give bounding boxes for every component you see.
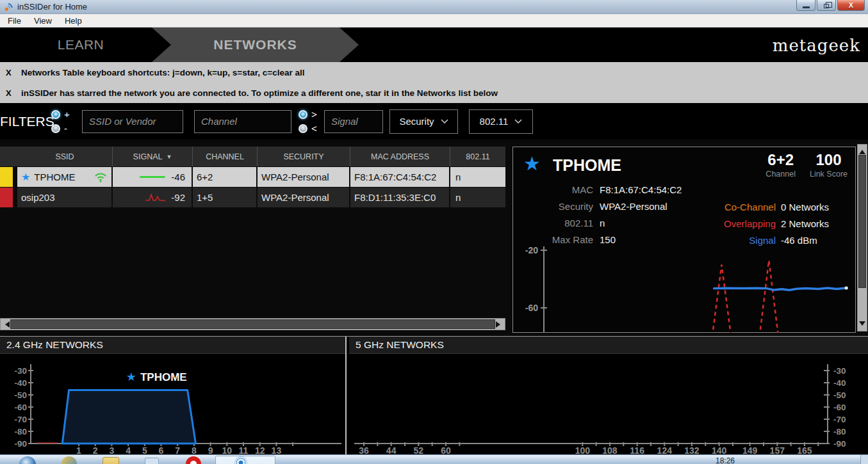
score-group: 6+2 Channel 100 Link Score: [766, 151, 848, 179]
opera-icon[interactable]: [186, 456, 201, 464]
notice-bar: XNetworks Table keyboard shortcuts: j=do…: [0, 62, 868, 83]
svg-text:7: 7: [175, 445, 180, 455]
notice-text: inSSIDer has starred the network you are…: [21, 88, 498, 98]
svg-text:-80: -80: [14, 427, 27, 436]
browser-icon[interactable]: [61, 456, 77, 464]
svg-text:4: 4: [126, 445, 131, 455]
row-spacer: [13, 167, 17, 187]
title-bar: inSSIDer for Home X: [0, 0, 868, 14]
app-window: inSSIDer for Home X FileViewHelp LEARN N…: [0, 0, 868, 464]
sort-descending-icon: ▼: [166, 154, 172, 160]
svg-text:9: 9: [208, 445, 213, 455]
filters-bar: FILTERS + - > < Security 802.11: [0, 103, 868, 140]
svg-text:44: 44: [386, 445, 397, 455]
stat-label: Co-Channel: [660, 202, 776, 212]
window-app-icon[interactable]: [145, 458, 159, 464]
column-header-channel[interactable]: CHANNEL: [193, 147, 258, 166]
channel-filter-input[interactable]: [194, 110, 291, 133]
band-5ghz-panel: 5 GHz NETWORKS -30-40-50-60-70-80-903644…: [349, 337, 868, 455]
star-icon[interactable]: ★: [523, 152, 541, 175]
tab-learn[interactable]: LEARN: [0, 28, 161, 62]
exclude-radio[interactable]: [51, 124, 60, 133]
security-filter-dropdown[interactable]: Security: [389, 109, 458, 134]
scroll-left-arrow[interactable]: [2, 321, 10, 328]
greater-than-radio[interactable]: [299, 110, 307, 119]
vertical-scrollbar[interactable]: [857, 144, 867, 332]
signal-filter-input[interactable]: [324, 110, 383, 133]
menu-bar: FileViewHelp: [0, 14, 868, 28]
close-icon: X: [849, 1, 853, 9]
row-color-swatch: [0, 167, 13, 187]
svg-text:-30: -30: [833, 366, 846, 376]
cell-signal: -92: [113, 188, 193, 207]
menu-item-file[interactable]: File: [1, 16, 28, 26]
svg-text:-90: -90: [14, 439, 27, 449]
column-header-802-11[interactable]: 802.11: [450, 147, 505, 166]
notice-close-button[interactable]: X: [6, 68, 21, 77]
networks-table: SSIDSIGNAL▼CHANNELSECURITYMAC ADDRESS802…: [0, 147, 505, 208]
column-header-label: SECURITY: [283, 152, 323, 161]
band-charts-area: 2.4 GHz NETWORKS -30-40-50-60-70-80-9012…: [0, 336, 868, 454]
column-header-signal[interactable]: SIGNAL▼: [113, 147, 193, 166]
band-24ghz-title: 2.4 GHz NETWORKS: [0, 337, 345, 354]
notice-area: XNetworks Table keyboard shortcuts: j=do…: [0, 62, 868, 103]
signal-sparkline: [145, 193, 166, 202]
column-header-ssid[interactable]: SSID: [17, 147, 113, 166]
column-header-security[interactable]: SECURITY: [258, 147, 350, 166]
explorer-folder-icon[interactable]: [102, 457, 119, 464]
svg-text:-80: -80: [833, 427, 846, 436]
window-title: inSSIDer for Home: [17, 2, 87, 12]
notice-bar: XinSSIDer has starred the network you ar…: [0, 83, 868, 103]
80211-filter-dropdown[interactable]: 802.11: [469, 109, 533, 134]
horizontal-scrollbar[interactable]: [0, 318, 505, 330]
close-button[interactable]: X: [837, 0, 865, 11]
svg-text:10: 10: [222, 445, 233, 455]
svg-text:6: 6: [159, 445, 164, 455]
cell-security: WPA2-Personal: [258, 188, 350, 207]
column-header-label: CHANNEL: [206, 152, 244, 161]
cell-channel: 6+2: [193, 167, 258, 187]
scroll-right-arrow[interactable]: [496, 321, 504, 328]
svg-text:-30: -30: [14, 366, 27, 376]
svg-text:-60: -60: [833, 403, 846, 412]
field-label: 802.11: [513, 218, 593, 228]
svg-text:100: 100: [575, 445, 591, 455]
notice-close-button[interactable]: X: [6, 88, 21, 98]
table-row[interactable]: ★TPHOME-466+2WPA2-PersonalF8:1A:67:C4:54…: [0, 167, 505, 187]
svg-text:116: 116: [630, 445, 644, 455]
show-desktop-button[interactable]: [860, 455, 868, 464]
nav-bar: LEARN NETWORKS metageek: [0, 28, 868, 62]
svg-text:157: 157: [770, 445, 785, 455]
notice-text: Networks Table keyboard shortcuts: j=dow…: [21, 68, 304, 77]
star-icon[interactable]: ★: [21, 171, 30, 183]
cell-signal: -46: [113, 167, 193, 187]
start-orb-icon[interactable]: [19, 456, 36, 464]
include-radio[interactable]: [51, 110, 60, 119]
scroll-down-arrow[interactable]: [859, 321, 865, 329]
menu-item-view[interactable]: View: [28, 16, 58, 26]
column-header-mac-address[interactable]: MAC ADDRESS: [350, 147, 450, 166]
cell-security: WPA2-Personal: [258, 167, 350, 187]
minimize-icon: [803, 6, 810, 8]
ssid-filter-input[interactable]: [82, 110, 183, 133]
link-score-label: Link Score: [810, 170, 848, 179]
svg-text:-70: -70: [833, 415, 846, 424]
restore-button[interactable]: [817, 0, 836, 11]
windows-taskbar: 18:26: [0, 454, 868, 464]
less-than-radio[interactable]: [299, 124, 307, 133]
svg-text:3: 3: [110, 445, 115, 455]
cell-ssid: ★TPHOME: [17, 167, 113, 187]
horizontal-scroll-thumb[interactable]: [10, 319, 495, 329]
tab-networks[interactable]: NETWORKS: [152, 28, 359, 62]
star-icon: ★: [126, 371, 136, 383]
vertical-scroll-thumb[interactable]: [858, 155, 866, 288]
minimize-button[interactable]: [796, 0, 815, 11]
table-row[interactable]: osip203-921+5WPA2-PersonalF8:D1:11:35:3E…: [0, 188, 505, 207]
link-score-value: 100: [815, 151, 841, 169]
scroll-up-arrow[interactable]: [859, 147, 865, 154]
cell-80211: n: [450, 188, 505, 207]
svg-text:11: 11: [239, 445, 249, 455]
menu-item-help[interactable]: Help: [58, 16, 88, 26]
chevron-down-icon: [441, 119, 448, 124]
svg-text:1: 1: [76, 445, 81, 455]
